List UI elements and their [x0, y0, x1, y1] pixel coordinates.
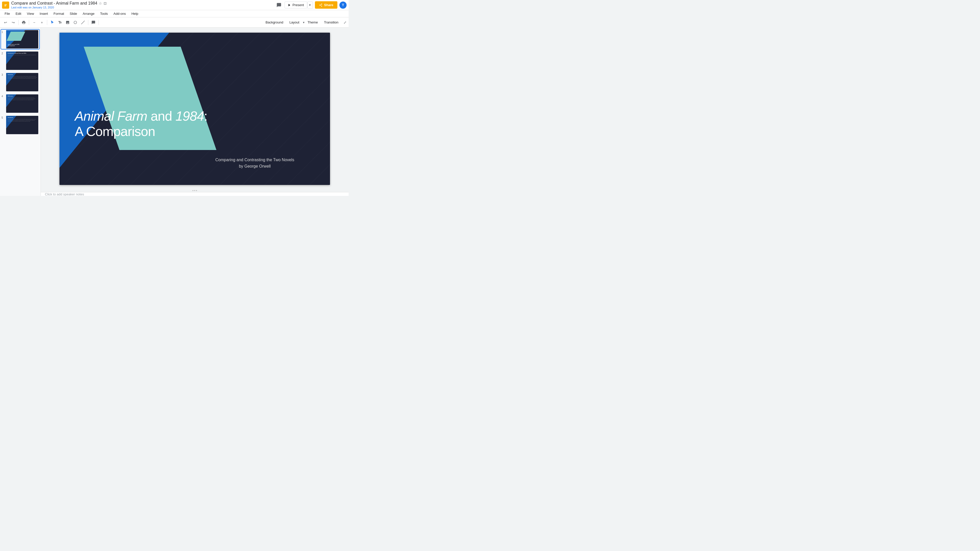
thumb2-title-text: Introduction to Animal Farm and 1984...	[8, 52, 27, 54]
toolbar-divider-3	[47, 20, 47, 25]
thumb4-accent	[6, 94, 38, 113]
menu-addons[interactable]: Add-ons	[111, 11, 128, 16]
zoom-in-button[interactable]: +	[38, 19, 45, 26]
zoom-out-button[interactable]: −	[30, 19, 38, 26]
transition-button[interactable]: Transition	[321, 19, 342, 25]
star-icon[interactable]: ☆	[99, 1, 102, 5]
toolbar-divider-4	[88, 20, 88, 25]
last-edit-text: Last edit was on January 13, 2020	[11, 6, 273, 9]
slide-number-5: 5	[2, 116, 5, 119]
slide-thumbnail-5[interactable]: 5 Conclusion In conclusion, Orwell wrote…	[1, 115, 39, 135]
thumb3-body-text: Both of these books share a dystopian wo…	[8, 76, 37, 79]
toolbar-divider-5	[99, 20, 99, 25]
speaker-notes-area[interactable]: Click to add speaker notes	[41, 192, 348, 196]
menu-help[interactable]: Help	[129, 11, 141, 16]
slide-number-3: 3	[2, 73, 5, 76]
svg-line-5	[81, 21, 84, 24]
slide-canvas-area: Animal Farm and 1984: A Comparison Compa…	[41, 27, 348, 190]
background-button[interactable]: Background	[262, 19, 286, 25]
share-label: Share	[324, 3, 333, 7]
image-tool-button[interactable]	[64, 19, 71, 26]
thumb1-title-text: Animal Farm and 1984:A Comparison	[8, 44, 20, 46]
menu-arrange[interactable]: Arrange	[80, 11, 97, 16]
menu-insert[interactable]: Insert	[37, 11, 51, 16]
thumb4-title-text: Differences	[8, 95, 13, 97]
slide-main-title: Animal Farm and 1984: A Comparison	[75, 108, 207, 139]
slide-preview-3: Similarities Both of these books share a…	[6, 73, 38, 91]
slide-preview-5: Conclusion In conclusion, Orwell wrote b…	[6, 116, 38, 134]
slide-preview-4: Differences The main areas different is …	[6, 94, 38, 113]
toolbar: ↩ ↪ − + Background Layout ▾ Theme Transi…	[0, 17, 348, 27]
subtitle-line2: by George Orwell	[239, 164, 271, 168]
top-bar: Compare and Contrast - Animal Farm and 1…	[0, 0, 348, 10]
layout-button-group: Layout ▾	[286, 19, 304, 25]
slide-thumbnail-2[interactable]: 2 Introduction to Animal Farm and 1984..…	[1, 51, 39, 70]
toolbar-divider-1	[18, 20, 19, 25]
slide-bg-3: Similarities Both of these books share a…	[6, 73, 38, 91]
present-button[interactable]: Present	[285, 2, 307, 8]
slide-panel: 1 Animal Farm and 1984:A Comparison 2	[0, 27, 41, 196]
slide-thumbnail-4[interactable]: 4 Differences The main areas different i…	[1, 94, 39, 113]
layout-button[interactable]: Layout	[286, 19, 302, 25]
text-tool-button[interactable]	[56, 19, 64, 26]
thumb5-accent	[6, 116, 38, 134]
slide-thumbnail-3[interactable]: 3 Similarities Both of these books share…	[1, 73, 39, 92]
thumb4-body-text: The main areas different is that the cha…	[8, 97, 37, 100]
thumb5-title-text: Conclusion	[8, 117, 13, 118]
slide-canvas[interactable]: Animal Farm and 1984: A Comparison Compa…	[59, 33, 330, 185]
select-tool-button[interactable]	[49, 19, 56, 26]
theme-button[interactable]: Theme	[304, 19, 321, 25]
share-button[interactable]: Share	[315, 1, 337, 9]
comments-icon[interactable]	[275, 2, 283, 9]
title-normal-part: and 1984:	[151, 109, 207, 124]
subtitle-line1: Comparing and Contrasting the Two Novels	[215, 158, 294, 162]
present-label: Present	[293, 3, 304, 7]
content-area: Animal Farm and 1984: A Comparison Compa…	[41, 27, 348, 196]
slide-bg-5: Conclusion In conclusion, Orwell wrote b…	[6, 116, 38, 134]
dot-3	[196, 190, 197, 191]
menu-tools[interactable]: Tools	[97, 11, 110, 16]
expand-icon[interactable]: ⤢	[344, 21, 347, 24]
svg-rect-1	[5, 4, 7, 5]
slide-thumbnail-1[interactable]: 1 Animal Farm and 1984:A Comparison	[1, 30, 39, 49]
undo-button[interactable]: ↩	[2, 19, 9, 26]
thumb3-title-text: Similarities	[8, 74, 13, 75]
title-italic-part: Animal Farm	[75, 109, 147, 124]
slide-subtitle: Comparing and Contrasting the Two Novels…	[215, 157, 294, 170]
slide-title-line1: Animal Farm and 1984:	[75, 108, 207, 124]
present-dropdown-button[interactable]: ▾	[307, 2, 313, 9]
menu-edit[interactable]: Edit	[13, 11, 24, 16]
menu-file[interactable]: File	[2, 11, 13, 16]
user-avatar[interactable]: T	[339, 2, 347, 9]
thumb5-body-text: In conclusion, Orwell wrote both Animal …	[8, 119, 37, 122]
print-button[interactable]	[20, 19, 27, 26]
speaker-notes-placeholder[interactable]: Click to add speaker notes	[45, 192, 84, 196]
app-icon	[2, 2, 9, 9]
slide-bg-4: Differences The main areas different is …	[6, 94, 38, 113]
line-tool-button[interactable]	[80, 19, 86, 26]
thumb2-body-text: Lorem ipsum text content about the two n…	[8, 55, 37, 57]
comment-tool-button[interactable]	[90, 19, 97, 26]
title-area: Compare and Contrast - Animal Farm and 1…	[11, 1, 273, 9]
main-area: 1 Animal Farm and 1984:A Comparison 2	[0, 27, 348, 196]
menu-view[interactable]: View	[24, 11, 37, 16]
menu-format[interactable]: Format	[51, 11, 67, 16]
shape-tool-button[interactable]	[72, 19, 79, 26]
slide-number-2: 2	[2, 52, 5, 55]
slide-number-4: 4	[2, 94, 5, 98]
thumb3-accent	[6, 73, 38, 91]
svg-marker-7	[6, 32, 25, 41]
slide-number-1: 1	[2, 30, 5, 33]
document-title: Compare and Contrast - Animal Farm and 1…	[11, 1, 273, 6]
dot-2	[194, 190, 195, 191]
thumb2-accent	[6, 52, 38, 70]
slide-preview-1: Animal Farm and 1984:A Comparison	[6, 30, 38, 48]
redo-button[interactable]: ↪	[10, 19, 17, 26]
slide-bg-1: Animal Farm and 1984:A Comparison	[6, 30, 38, 48]
svg-rect-2	[5, 5, 6, 6]
svg-rect-3	[5, 6, 6, 6]
slide-title-line2: A Comparison	[75, 124, 207, 139]
menu-slide[interactable]: Slide	[67, 11, 80, 16]
folder-icon[interactable]: ⊡	[103, 1, 107, 5]
slide-preview-2: Introduction to Animal Farm and 1984... …	[6, 52, 38, 70]
